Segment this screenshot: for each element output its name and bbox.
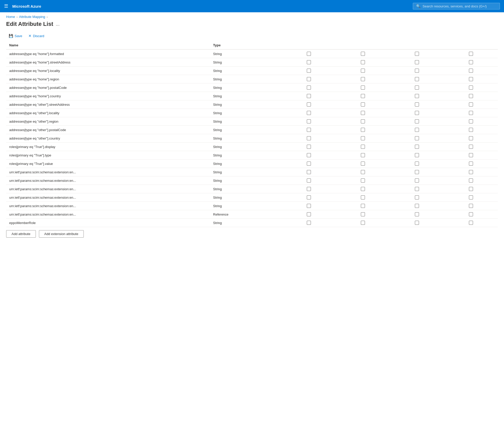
checkbox[interactable] (307, 119, 311, 123)
checkbox[interactable] (415, 77, 419, 81)
checkbox[interactable] (469, 195, 473, 199)
checkbox[interactable] (415, 162, 419, 166)
checkbox[interactable] (469, 77, 473, 81)
checkbox[interactable] (469, 69, 473, 73)
checkbox[interactable] (415, 94, 419, 98)
checkbox[interactable] (361, 212, 365, 216)
checkbox[interactable] (469, 86, 473, 90)
checkbox[interactable] (469, 178, 473, 183)
checkbox[interactable] (469, 221, 473, 225)
checkbox[interactable] (415, 102, 419, 107)
checkbox[interactable] (307, 86, 311, 90)
checkbox[interactable] (307, 162, 311, 166)
checkbox[interactable] (307, 195, 311, 199)
add-extension-attribute-button[interactable]: Add extension attribute (39, 230, 84, 238)
checkbox[interactable] (469, 128, 473, 132)
checkbox[interactable] (361, 178, 365, 183)
checkbox[interactable] (307, 52, 311, 56)
checkbox[interactable] (415, 153, 419, 157)
checkbox[interactable] (361, 145, 365, 149)
checkbox[interactable] (469, 94, 473, 98)
checkbox[interactable] (307, 128, 311, 132)
checkbox[interactable] (469, 102, 473, 107)
cell-checkbox-col2 (336, 126, 390, 134)
checkbox[interactable] (307, 204, 311, 208)
more-options-icon[interactable]: ... (56, 22, 60, 27)
checkbox[interactable] (469, 153, 473, 157)
search-input[interactable] (423, 4, 497, 8)
checkbox[interactable] (469, 145, 473, 149)
checkbox[interactable] (361, 77, 365, 81)
search-bar[interactable]: 🔍 (413, 3, 500, 9)
save-button[interactable]: 💾 Save (6, 33, 25, 39)
checkbox[interactable] (361, 162, 365, 166)
checkbox[interactable] (415, 145, 419, 149)
checkbox[interactable] (361, 119, 365, 123)
checkbox[interactable] (469, 60, 473, 64)
checkbox[interactable] (415, 178, 419, 183)
checkbox[interactable] (415, 212, 419, 216)
checkbox[interactable] (415, 128, 419, 132)
checkbox[interactable] (307, 170, 311, 174)
checkbox[interactable] (361, 111, 365, 115)
checkbox[interactable] (361, 94, 365, 98)
checkbox[interactable] (307, 60, 311, 64)
checkbox[interactable] (361, 69, 365, 73)
checkbox[interactable] (361, 195, 365, 199)
checkbox[interactable] (469, 111, 473, 115)
hamburger-icon[interactable]: ☰ (4, 3, 8, 9)
checkbox[interactable] (361, 221, 365, 225)
add-attribute-button[interactable]: Add attribute (6, 230, 36, 238)
checkbox[interactable] (307, 111, 311, 115)
checkbox[interactable] (415, 86, 419, 90)
checkbox[interactable] (307, 102, 311, 107)
cell-checkbox-col2 (336, 49, 390, 58)
checkbox[interactable] (415, 195, 419, 199)
checkbox[interactable] (307, 187, 311, 191)
checkbox[interactable] (307, 69, 311, 73)
checkbox[interactable] (469, 52, 473, 56)
checkbox[interactable] (361, 204, 365, 208)
checkbox[interactable] (469, 187, 473, 191)
checkbox[interactable] (415, 136, 419, 140)
checkbox[interactable] (469, 170, 473, 174)
checkbox[interactable] (361, 60, 365, 64)
checkbox[interactable] (469, 136, 473, 140)
checkbox[interactable] (307, 77, 311, 81)
checkbox[interactable] (307, 221, 311, 225)
checkbox[interactable] (361, 102, 365, 107)
checkbox[interactable] (307, 153, 311, 157)
cell-attribute-name: urn:ietf:params:scim:schemas:extension:e… (6, 168, 210, 176)
discard-button[interactable]: ✕ Discard (26, 33, 47, 39)
checkbox[interactable] (469, 119, 473, 123)
cell-checkbox-col3 (390, 100, 444, 109)
checkbox[interactable] (361, 153, 365, 157)
checkbox[interactable] (361, 187, 365, 191)
breadcrumb-parent[interactable]: Attribute Mapping (19, 15, 45, 19)
checkbox[interactable] (415, 69, 419, 73)
checkbox[interactable] (361, 136, 365, 140)
checkbox[interactable] (469, 212, 473, 216)
checkbox[interactable] (307, 94, 311, 98)
checkbox[interactable] (415, 221, 419, 225)
checkbox[interactable] (307, 145, 311, 149)
checkbox[interactable] (361, 170, 365, 174)
checkbox[interactable] (415, 111, 419, 115)
table-row: urn:ietf:params:scim:schemas:extension:e… (6, 210, 498, 219)
checkbox[interactable] (415, 52, 419, 56)
checkbox[interactable] (361, 128, 365, 132)
breadcrumb-home[interactable]: Home (6, 15, 15, 19)
checkbox[interactable] (469, 162, 473, 166)
checkbox[interactable] (415, 119, 419, 123)
checkbox[interactable] (307, 212, 311, 216)
checkbox[interactable] (415, 187, 419, 191)
checkbox[interactable] (307, 178, 311, 183)
checkbox[interactable] (469, 204, 473, 208)
checkbox[interactable] (361, 86, 365, 90)
checkbox[interactable] (415, 204, 419, 208)
checkbox[interactable] (415, 170, 419, 174)
checkbox[interactable] (361, 52, 365, 56)
checkbox[interactable] (307, 136, 311, 140)
cell-checkbox-col1 (282, 193, 336, 202)
checkbox[interactable] (415, 60, 419, 64)
